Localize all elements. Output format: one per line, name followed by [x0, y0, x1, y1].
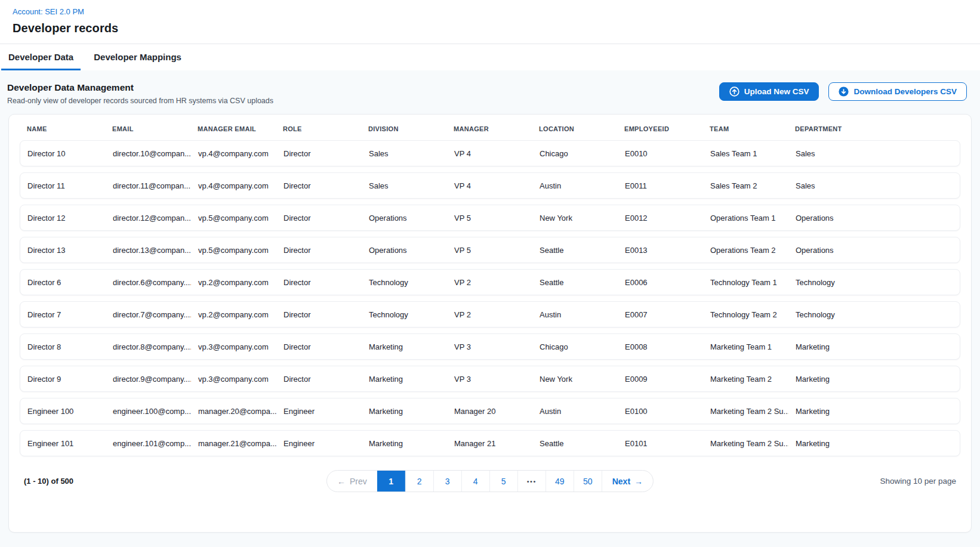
- table-cell: vp.5@company.com: [191, 246, 276, 255]
- table-cell: Engineer 101: [20, 439, 106, 448]
- table-cell: Director 9: [20, 375, 106, 384]
- table-row: Director 12director.12@compan...vp.5@com…: [20, 205, 960, 231]
- table-cell: Marketing: [362, 375, 447, 384]
- table-cell: Director 12: [20, 214, 106, 222]
- table-cell: manager.21@compa...: [191, 439, 276, 448]
- upload-circle-icon: [729, 86, 739, 97]
- table-row: Director 8director.8@company....vp.3@com…: [20, 333, 960, 360]
- download-developers-csv-button[interactable]: Download Developers CSV: [828, 82, 967, 101]
- table-cell: Marketing: [362, 439, 447, 448]
- table-cell: E0101: [618, 439, 703, 448]
- download-button-label: Download Developers CSV: [853, 87, 957, 96]
- pagination-pages: 12345•••4950: [377, 471, 602, 492]
- per-page-label: Showing 10 per page: [880, 477, 960, 486]
- table-cell: Director: [276, 214, 362, 222]
- table-cell: Operations: [788, 246, 960, 255]
- section-header: Developer Data Management Read-only view…: [7, 82, 972, 105]
- table-cell: vp.2@company.com: [191, 278, 276, 287]
- table-row: Director 13director.13@compan...vp.5@com…: [20, 237, 960, 263]
- table-cell: vp.3@company.com: [191, 375, 276, 384]
- table-cell: Director 7: [20, 310, 106, 319]
- table-cell: vp.2@company.com: [191, 310, 276, 319]
- table-row: Engineer 101engineer.101@comp...manager.…: [20, 430, 960, 456]
- table-cell: VP 4: [447, 181, 532, 190]
- table-cell: director.13@compan...: [106, 246, 191, 255]
- table-cell: VP 2: [447, 310, 532, 319]
- table-cell: Sales Team 2: [703, 181, 788, 190]
- table-cell: VP 3: [447, 375, 532, 384]
- table-cell: director.7@company....: [106, 310, 191, 319]
- page-button[interactable]: 5: [489, 471, 517, 492]
- table-cell: E0100: [618, 407, 703, 416]
- table-cell: director.12@compan...: [106, 214, 191, 222]
- table-cell: Technology Team 2: [703, 310, 788, 319]
- tab-developer-mappings[interactable]: Developer Mappings: [87, 44, 189, 70]
- page-button[interactable]: 2: [405, 471, 433, 492]
- table-cell: Marketing: [788, 375, 960, 384]
- table-cell: Sales: [362, 181, 447, 190]
- table-cell: Sales: [362, 149, 447, 158]
- table-cell: Marketing: [362, 342, 447, 351]
- page-button[interactable]: 49: [546, 471, 574, 492]
- column-header: EMAIL: [105, 125, 190, 132]
- prev-page-button[interactable]: ← Prev: [327, 471, 377, 492]
- section-title: Developer Data Management: [7, 82, 273, 93]
- table-cell: Director: [276, 310, 362, 319]
- page-ellipsis: •••: [517, 471, 546, 492]
- table-cell: Austin: [532, 407, 618, 416]
- table-cell: Seattle: [532, 278, 618, 287]
- table-cell: Operations Team 2: [703, 246, 788, 255]
- table-cell: E0007: [618, 310, 703, 319]
- table-cell: Austin: [532, 181, 618, 190]
- table-cell: Seattle: [532, 439, 618, 448]
- table-cell: VP 2: [447, 278, 532, 287]
- page-button[interactable]: 4: [461, 471, 489, 492]
- column-header: MANAGER EMAIL: [190, 125, 276, 132]
- column-header: NAME: [20, 125, 105, 132]
- table-cell: Director: [276, 278, 362, 287]
- table-cell: E0009: [618, 375, 703, 384]
- table-cell: Manager 21: [447, 439, 532, 448]
- table-cell: Chicago: [532, 149, 618, 158]
- column-header: MANAGER: [446, 125, 532, 132]
- table-cell: Technology: [362, 310, 447, 319]
- table-cell: Director 8: [20, 342, 106, 351]
- account-breadcrumb-link[interactable]: Account: SEI 2.0 PM: [13, 7, 84, 16]
- table-cell: director.10@compan...: [106, 149, 191, 158]
- table-row: Director 9director.9@company....vp.3@com…: [20, 366, 960, 392]
- table-cell: Operations: [788, 214, 960, 222]
- table-cell: Marketing Team 2: [703, 375, 788, 384]
- table-cell: Director 10: [20, 149, 106, 158]
- table-cell: Chicago: [532, 342, 618, 351]
- section-subtitle: Read-only view of developer records sour…: [7, 97, 273, 105]
- upload-button-label: Upload New CSV: [744, 87, 809, 96]
- page-title: Developer records: [13, 21, 967, 35]
- table-cell: Technology: [362, 278, 447, 287]
- column-header: DEPARTMENT: [788, 125, 960, 132]
- table-cell: Marketing: [788, 407, 960, 416]
- table-cell: E0012: [618, 214, 703, 222]
- table-cell: Austin: [532, 310, 618, 319]
- tab-developer-data[interactable]: Developer Data: [1, 44, 81, 70]
- table-cell: Marketing Team 2 Su...: [703, 407, 788, 416]
- pagination: ← Prev 12345•••4950 Next →: [326, 470, 654, 492]
- page-button[interactable]: 50: [574, 471, 602, 492]
- upload-new-csv-button[interactable]: Upload New CSV: [719, 82, 819, 101]
- table-cell: vp.5@company.com: [191, 214, 276, 222]
- table-cell: Marketing: [788, 342, 960, 351]
- next-page-button[interactable]: Next →: [602, 471, 653, 492]
- table-cell: Sales: [788, 181, 960, 190]
- page-button[interactable]: 3: [433, 471, 461, 492]
- table-cell: Director 6: [20, 278, 106, 287]
- table-cell: director.11@compan...: [106, 181, 191, 190]
- table-cell: Operations Team 1: [703, 214, 788, 222]
- page-button[interactable]: 1: [377, 471, 405, 492]
- next-button-label: Next: [612, 477, 630, 486]
- table-cell: Sales Team 1: [703, 149, 788, 158]
- download-circle-icon: [839, 86, 849, 97]
- table-cell: E0010: [618, 149, 703, 158]
- table-cell: VP 4: [447, 149, 532, 158]
- developer-table-card: NAMEEMAILMANAGER EMAILROLEDIVISIONMANAGE…: [8, 114, 972, 533]
- page-header: Account: SEI 2.0 PM Developer records: [0, 0, 980, 44]
- table-footer: (1 - 10) of 500 ← Prev 12345•••4950 Next…: [20, 470, 960, 492]
